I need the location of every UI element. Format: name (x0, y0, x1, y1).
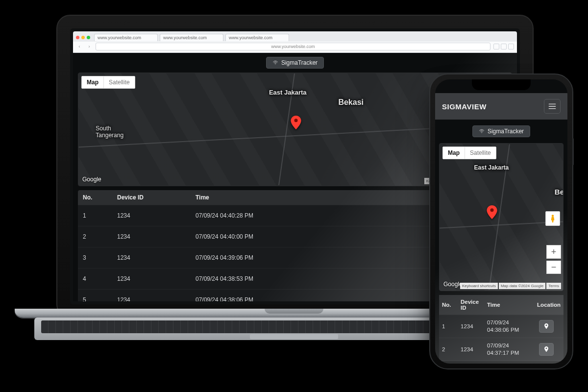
zoom-controls: + − (546, 245, 560, 274)
table-header-row: No. Device ID Time Location (439, 295, 564, 315)
cell-device: 1234 (117, 275, 196, 282)
cell-time: 07/09/24 04:40:28 PM (196, 212, 453, 219)
svg-point-8 (490, 208, 493, 212)
browser-tab[interactable]: www.yourwebsite.com (94, 34, 158, 41)
browser-tabstrip: www.yourwebsite.com www.yourwebsite.com … (73, 31, 517, 42)
phone-mockup: SIGMAVIEW SigmaTracker (429, 74, 573, 369)
product-badge[interactable]: SigmaTracker (266, 57, 324, 69)
tab-label: www.yourwebsite.com (163, 35, 207, 40)
streetview-button[interactable] (545, 211, 560, 226)
browser-action-icon[interactable] (493, 44, 499, 49)
pegman-icon (549, 214, 556, 223)
cell-time: 07/09/24 04:39:06 PM (196, 254, 453, 261)
product-name: SigmaTracker (488, 128, 524, 135)
map-pin-icon[interactable] (487, 205, 497, 219)
cell-device: 1234 (117, 296, 196, 301)
zoom-in-button[interactable]: + (546, 245, 561, 259)
close-window-icon[interactable] (76, 36, 79, 39)
map-city-label: Bekasi (338, 98, 364, 107)
tab-label: www.yourwebsite.com (229, 35, 272, 40)
phone-app-header: SIGMAVIEW (435, 93, 567, 120)
svg-point-7 (481, 133, 482, 133)
google-logo: Google (443, 281, 463, 288)
cell-device: 1234 (461, 346, 485, 352)
locate-button[interactable] (539, 320, 554, 333)
phone-app-content: SIGMAVIEW SigmaTracker (435, 79, 567, 364)
cell-no: 4 (83, 275, 117, 282)
map-type-map-button[interactable]: Map (443, 147, 465, 159)
map-shortcuts-label[interactable]: Keyboard shortcuts (460, 283, 498, 289)
wifi-icon (479, 128, 485, 134)
col-time: Time (487, 302, 530, 308)
col-time: Time (196, 194, 453, 201)
svg-point-10 (545, 324, 547, 326)
col-device: Device ID (117, 194, 196, 201)
zoom-out-button[interactable]: − (546, 261, 561, 274)
browser-action-icon[interactable] (501, 44, 507, 49)
map-type-switch: Map Satellite (442, 147, 496, 159)
menu-button[interactable] (544, 99, 561, 114)
wifi-icon (272, 60, 278, 66)
map-city-label: East Jakarta (474, 164, 509, 171)
svg-point-11 (545, 347, 547, 349)
cell-device: 1234 (117, 212, 196, 219)
browser-tab[interactable]: www.yourwebsite.com (225, 34, 289, 41)
hamburger-icon (548, 103, 556, 109)
cell-device: 1234 (117, 254, 196, 261)
map-type-satellite-button[interactable]: Satellite (465, 147, 496, 159)
back-icon[interactable]: ‹ (76, 43, 83, 50)
cell-no: 1 (83, 212, 117, 219)
map-attribution: Keyboard shortcuts Map data ©2024 Google… (460, 283, 561, 289)
map-city-label: East Jakarta (269, 89, 307, 96)
pin-icon (543, 323, 549, 330)
maximize-window-icon[interactable] (87, 36, 90, 39)
tab-label: www.yourwebsite.com (98, 35, 141, 40)
browser-tab[interactable]: www.yourwebsite.com (160, 34, 223, 41)
map-data-label: Map data ©2024 Google (499, 283, 545, 289)
phone-app-title: SIGMAVIEW (442, 102, 487, 111)
cell-no: 2 (442, 346, 459, 352)
forward-icon[interactable]: › (86, 43, 93, 50)
browser-action-icon[interactable] (508, 44, 514, 49)
map-terms-label[interactable]: Terms (546, 283, 561, 289)
cell-time: 07/09/24 04:38:53 PM (196, 275, 453, 282)
cell-no: 2 (83, 233, 117, 240)
cell-time: 07/09/24 04:38:06 PM (196, 296, 453, 301)
phone-side-button-decor (572, 138, 574, 165)
locate-button[interactable] (539, 343, 554, 356)
phone-records-table: No. Device ID Time Location 1 1234 07/09… (439, 295, 564, 361)
pin-icon (543, 346, 549, 353)
minimize-window-icon[interactable] (81, 36, 85, 39)
map-city-label: South Tangerang (96, 125, 123, 139)
col-no: No. (442, 302, 459, 308)
address-text: www.yourwebsite.com (271, 44, 315, 49)
col-location: Location (532, 302, 561, 308)
map-type-satellite-button[interactable]: Satellite (103, 76, 135, 88)
map-type-map-button[interactable]: Map (82, 76, 103, 88)
product-name: SigmaTracker (281, 59, 318, 66)
svg-point-0 (275, 64, 275, 65)
cell-time: 07/09/24 04:40:00 PM (196, 233, 453, 240)
map-city-label-cut: Be (555, 188, 564, 196)
app-header: SigmaTracker (73, 53, 517, 73)
phone-notch-decor (472, 79, 531, 90)
map-pin-icon[interactable] (291, 116, 301, 129)
phone-product-header: SigmaTracker (435, 120, 567, 143)
table-row: 2 1234 07/09/24 04:37:17 PM (439, 338, 564, 361)
map-type-switch: Map Satellite (81, 76, 135, 89)
google-logo: Google (82, 176, 101, 183)
svg-point-1 (294, 119, 298, 122)
cell-device: 1234 (461, 323, 485, 329)
window-controls (76, 36, 92, 39)
trackpad-decor (250, 334, 338, 339)
phone-map-panel[interactable]: Map Satellite East Jakarta Be + (439, 143, 564, 291)
product-badge[interactable]: SigmaTracker (472, 125, 530, 137)
svg-point-9 (552, 215, 554, 217)
table-row: 1 1234 07/09/24 04:38:06 PM (439, 315, 564, 338)
address-bar[interactable]: www.yourwebsite.com (96, 43, 490, 50)
col-no: No. (83, 194, 117, 201)
cell-device: 1234 (117, 233, 196, 240)
col-device: Device ID (461, 299, 485, 311)
phone-screen: SIGMAVIEW SigmaTracker (435, 79, 567, 364)
cell-time: 07/09/24 04:37:17 PM (487, 342, 530, 357)
